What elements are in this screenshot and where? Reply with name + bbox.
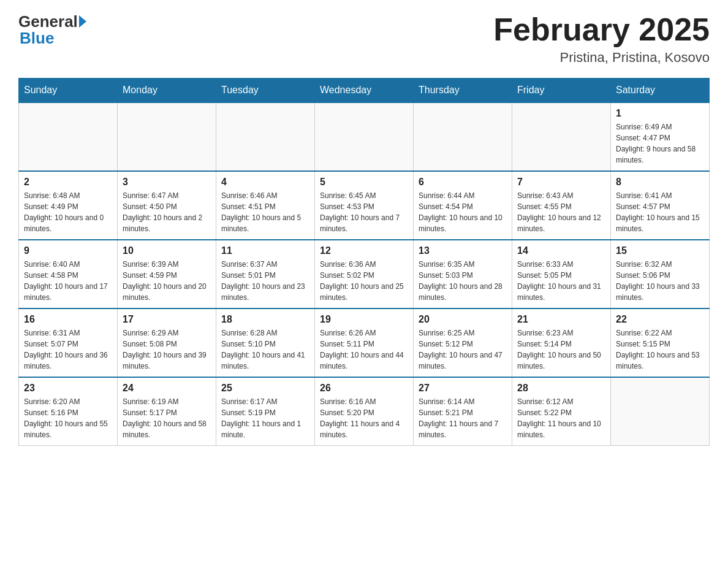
day-number: 16 bbox=[24, 314, 112, 325]
day-number: 11 bbox=[221, 245, 309, 256]
day-number: 1 bbox=[616, 108, 704, 119]
day-of-week-header: Saturday bbox=[611, 79, 710, 103]
day-number: 19 bbox=[320, 314, 408, 325]
calendar-cell bbox=[216, 102, 315, 171]
day-number: 10 bbox=[123, 245, 211, 256]
day-info: Sunrise: 6:39 AMSunset: 4:59 PMDaylight:… bbox=[123, 259, 211, 303]
day-info: Sunrise: 6:26 AMSunset: 5:11 PMDaylight:… bbox=[320, 327, 408, 372]
calendar-cell bbox=[512, 102, 611, 171]
calendar-cell: 2Sunrise: 6:48 AMSunset: 4:49 PMDaylight… bbox=[19, 171, 118, 240]
calendar-cell: 18Sunrise: 6:28 AMSunset: 5:10 PMDayligh… bbox=[216, 308, 315, 377]
day-number: 6 bbox=[419, 177, 507, 188]
day-info: Sunrise: 6:49 AMSunset: 4:47 PMDaylight:… bbox=[616, 121, 704, 166]
day-info: Sunrise: 6:40 AMSunset: 4:58 PMDaylight:… bbox=[24, 259, 112, 303]
title-section: February 2025 Pristina, Pristina, Kosovo bbox=[493, 12, 710, 66]
calendar-cell: 11Sunrise: 6:37 AMSunset: 5:01 PMDayligh… bbox=[216, 240, 315, 308]
calendar-cell: 9Sunrise: 6:40 AMSunset: 4:58 PMDaylight… bbox=[19, 240, 118, 308]
day-info: Sunrise: 6:33 AMSunset: 5:05 PMDaylight:… bbox=[517, 259, 605, 303]
day-number: 21 bbox=[517, 314, 605, 325]
calendar-cell bbox=[315, 102, 414, 171]
day-number: 26 bbox=[320, 383, 408, 394]
day-info: Sunrise: 6:31 AMSunset: 5:07 PMDaylight:… bbox=[24, 327, 112, 372]
calendar-cell: 4Sunrise: 6:46 AMSunset: 4:51 PMDaylight… bbox=[216, 171, 315, 240]
calendar-cell: 13Sunrise: 6:35 AMSunset: 5:03 PMDayligh… bbox=[414, 240, 512, 308]
calendar-cell: 21Sunrise: 6:23 AMSunset: 5:14 PMDayligh… bbox=[512, 308, 611, 377]
calendar-cell: 14Sunrise: 6:33 AMSunset: 5:05 PMDayligh… bbox=[512, 240, 611, 308]
day-number: 27 bbox=[419, 383, 507, 394]
day-number: 4 bbox=[221, 177, 309, 188]
month-title: February 2025 bbox=[493, 12, 710, 47]
day-info: Sunrise: 6:45 AMSunset: 4:53 PMDaylight:… bbox=[320, 190, 408, 234]
calendar-cell: 8Sunrise: 6:41 AMSunset: 4:57 PMDaylight… bbox=[611, 171, 710, 240]
calendar-cell: 23Sunrise: 6:20 AMSunset: 5:16 PMDayligh… bbox=[19, 377, 118, 446]
day-info: Sunrise: 6:43 AMSunset: 4:55 PMDaylight:… bbox=[517, 190, 605, 234]
calendar-cell: 6Sunrise: 6:44 AMSunset: 4:54 PMDaylight… bbox=[414, 171, 512, 240]
calendar-cell: 16Sunrise: 6:31 AMSunset: 5:07 PMDayligh… bbox=[19, 308, 118, 377]
calendar-cell: 1Sunrise: 6:49 AMSunset: 4:47 PMDaylight… bbox=[611, 102, 710, 171]
calendar-header-row: SundayMondayTuesdayWednesdayThursdayFrid… bbox=[19, 79, 710, 103]
day-number: 28 bbox=[517, 383, 605, 394]
day-info: Sunrise: 6:14 AMSunset: 5:21 PMDaylight:… bbox=[419, 396, 507, 440]
day-number: 20 bbox=[419, 314, 507, 325]
logo-arrow-icon bbox=[79, 15, 86, 28]
day-info: Sunrise: 6:16 AMSunset: 5:20 PMDaylight:… bbox=[320, 396, 408, 440]
location-title: Pristina, Pristina, Kosovo bbox=[493, 50, 710, 66]
day-of-week-header: Sunday bbox=[19, 79, 118, 103]
calendar-cell bbox=[611, 377, 710, 446]
logo: General Blue bbox=[18, 12, 86, 48]
calendar-cell: 28Sunrise: 6:12 AMSunset: 5:22 PMDayligh… bbox=[512, 377, 611, 446]
day-number: 2 bbox=[24, 177, 112, 188]
day-number: 3 bbox=[123, 177, 211, 188]
day-info: Sunrise: 6:37 AMSunset: 5:01 PMDaylight:… bbox=[221, 259, 309, 303]
calendar-cell: 5Sunrise: 6:45 AMSunset: 4:53 PMDaylight… bbox=[315, 171, 414, 240]
day-number: 9 bbox=[24, 245, 112, 256]
calendar-week-row: 23Sunrise: 6:20 AMSunset: 5:16 PMDayligh… bbox=[19, 377, 710, 446]
day-info: Sunrise: 6:28 AMSunset: 5:10 PMDaylight:… bbox=[221, 327, 309, 372]
day-number: 15 bbox=[616, 245, 704, 256]
calendar-cell: 7Sunrise: 6:43 AMSunset: 4:55 PMDaylight… bbox=[512, 171, 611, 240]
day-info: Sunrise: 6:48 AMSunset: 4:49 PMDaylight:… bbox=[24, 190, 112, 234]
calendar-cell: 27Sunrise: 6:14 AMSunset: 5:21 PMDayligh… bbox=[414, 377, 512, 446]
day-of-week-header: Tuesday bbox=[216, 79, 315, 103]
day-number: 25 bbox=[221, 383, 309, 394]
day-number: 17 bbox=[123, 314, 211, 325]
day-number: 5 bbox=[320, 177, 408, 188]
day-info: Sunrise: 6:35 AMSunset: 5:03 PMDaylight:… bbox=[419, 259, 507, 303]
day-info: Sunrise: 6:22 AMSunset: 5:15 PMDaylight:… bbox=[616, 327, 704, 372]
day-number: 24 bbox=[123, 383, 211, 394]
day-info: Sunrise: 6:41 AMSunset: 4:57 PMDaylight:… bbox=[616, 190, 704, 234]
day-info: Sunrise: 6:36 AMSunset: 5:02 PMDaylight:… bbox=[320, 259, 408, 303]
day-info: Sunrise: 6:12 AMSunset: 5:22 PMDaylight:… bbox=[517, 396, 605, 440]
calendar-cell: 26Sunrise: 6:16 AMSunset: 5:20 PMDayligh… bbox=[315, 377, 414, 446]
calendar-table: SundayMondayTuesdayWednesdayThursdayFrid… bbox=[18, 78, 710, 446]
calendar-week-row: 16Sunrise: 6:31 AMSunset: 5:07 PMDayligh… bbox=[19, 308, 710, 377]
day-info: Sunrise: 6:19 AMSunset: 5:17 PMDaylight:… bbox=[123, 396, 211, 440]
calendar-cell: 20Sunrise: 6:25 AMSunset: 5:12 PMDayligh… bbox=[414, 308, 512, 377]
calendar-cell: 17Sunrise: 6:29 AMSunset: 5:08 PMDayligh… bbox=[118, 308, 216, 377]
day-number: 12 bbox=[320, 245, 408, 256]
day-number: 18 bbox=[221, 314, 309, 325]
day-of-week-header: Friday bbox=[512, 79, 611, 103]
day-number: 8 bbox=[616, 177, 704, 188]
day-number: 22 bbox=[616, 314, 704, 325]
calendar-cell bbox=[19, 102, 118, 171]
calendar-cell: 19Sunrise: 6:26 AMSunset: 5:11 PMDayligh… bbox=[315, 308, 414, 377]
day-of-week-header: Wednesday bbox=[315, 79, 414, 103]
day-of-week-header: Monday bbox=[118, 79, 216, 103]
day-info: Sunrise: 6:32 AMSunset: 5:06 PMDaylight:… bbox=[616, 259, 704, 303]
calendar-cell: 12Sunrise: 6:36 AMSunset: 5:02 PMDayligh… bbox=[315, 240, 414, 308]
page-header: General Blue February 2025 Pristina, Pri… bbox=[18, 12, 710, 66]
day-info: Sunrise: 6:17 AMSunset: 5:19 PMDaylight:… bbox=[221, 396, 309, 440]
logo-blue-text: Blue bbox=[20, 29, 54, 48]
calendar-week-row: 2Sunrise: 6:48 AMSunset: 4:49 PMDaylight… bbox=[19, 171, 710, 240]
calendar-week-row: 9Sunrise: 6:40 AMSunset: 4:58 PMDaylight… bbox=[19, 240, 710, 308]
calendar-week-row: 1Sunrise: 6:49 AMSunset: 4:47 PMDaylight… bbox=[19, 102, 710, 171]
day-number: 23 bbox=[24, 383, 112, 394]
calendar-cell: 3Sunrise: 6:47 AMSunset: 4:50 PMDaylight… bbox=[118, 171, 216, 240]
logo-blue-row: Blue bbox=[20, 29, 54, 48]
calendar-cell: 10Sunrise: 6:39 AMSunset: 4:59 PMDayligh… bbox=[118, 240, 216, 308]
day-info: Sunrise: 6:44 AMSunset: 4:54 PMDaylight:… bbox=[419, 190, 507, 234]
calendar-cell: 22Sunrise: 6:22 AMSunset: 5:15 PMDayligh… bbox=[611, 308, 710, 377]
calendar-cell: 15Sunrise: 6:32 AMSunset: 5:06 PMDayligh… bbox=[611, 240, 710, 308]
day-info: Sunrise: 6:29 AMSunset: 5:08 PMDaylight:… bbox=[123, 327, 211, 372]
